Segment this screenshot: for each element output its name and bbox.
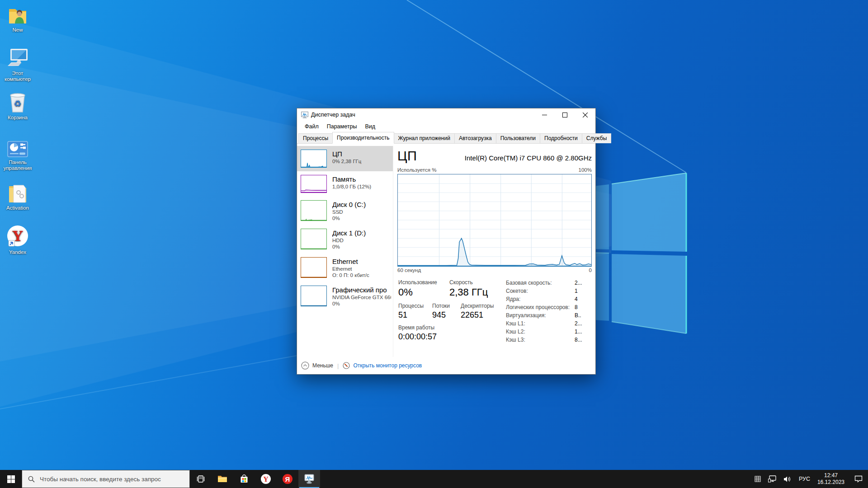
tab-2[interactable]: Журнал приложений bbox=[394, 133, 455, 143]
desktop-icon-control-panel[interactable]: Панель управления bbox=[0, 141, 35, 171]
network-tray-icon[interactable] bbox=[768, 475, 776, 483]
svg-text:♻: ♻ bbox=[14, 99, 21, 108]
graph-y-max: 100% bbox=[579, 167, 592, 173]
sidebar-item-memory[interactable]: Память 1,0/8,0 ГБ (12%) bbox=[297, 171, 393, 197]
usage-label: Использование bbox=[398, 279, 449, 286]
tab-6[interactable]: Службы bbox=[582, 133, 611, 143]
hidden-icons-button[interactable] bbox=[755, 476, 761, 482]
taskbar-button-yandex-search[interactable]: Я bbox=[277, 470, 298, 488]
action-center-button[interactable] bbox=[854, 475, 863, 483]
sidebar-item-disk1[interactable]: Диск 1 (D:) HDD 0% bbox=[297, 225, 393, 253]
hidden-icons-grid-icon bbox=[755, 476, 761, 482]
detail-label: Логических процессоров: bbox=[506, 304, 575, 312]
close-button[interactable] bbox=[575, 108, 595, 121]
sidebar-item-disk0[interactable]: Диск 0 (C:) SSD 0% bbox=[297, 197, 393, 225]
tab-4[interactable]: Пользователи bbox=[496, 133, 540, 143]
cpu-details: Базовая скорость:2...Сокетов:1Ядра:4Логи… bbox=[506, 280, 590, 345]
clock-date: 16.12.2023 bbox=[817, 479, 844, 486]
sidebar-item-title: Графический про bbox=[332, 286, 391, 294]
processes-label: Процессы bbox=[398, 303, 432, 310]
cpu-usage-graph[interactable] bbox=[397, 174, 592, 267]
speed-value: 2,38 ГГц bbox=[449, 286, 488, 299]
desktop-icon-label: Корзина bbox=[8, 115, 28, 120]
detail-row-7: Кэш L3:8... bbox=[506, 337, 590, 345]
cpu-stats: Использование 0% Скорость 2,38 ГГц Проце… bbox=[397, 279, 592, 356]
tab-5[interactable]: Подробности bbox=[540, 133, 582, 143]
gpu-mini-graph bbox=[301, 286, 327, 306]
action-center-icon bbox=[854, 475, 863, 483]
collapse-label: Меньше bbox=[312, 362, 333, 369]
sidebar-item-title: Диск 0 (C:) bbox=[332, 200, 366, 209]
desktop-icon-yandex[interactable]: Y Yandex bbox=[0, 224, 35, 255]
volume-tray-icon[interactable] bbox=[783, 476, 792, 483]
detail-label: Виртуализация: bbox=[506, 312, 575, 320]
sidebar-item-subtitle: SSD bbox=[332, 209, 366, 215]
desktop-icon-this-pc[interactable]: Этот компьютер bbox=[0, 48, 35, 82]
sidebar-item-title: Ethernet bbox=[332, 257, 369, 266]
detail-value: 2... bbox=[575, 280, 582, 288]
task-manager-icon bbox=[301, 112, 308, 118]
desktop-icon-label: Activation bbox=[6, 205, 29, 211]
detail-row-6: Кэш L2:1... bbox=[506, 328, 590, 337]
desktop-icon-label: Yandex bbox=[9, 249, 26, 255]
cpu-mini-graph bbox=[301, 150, 327, 168]
detail-value: 2... bbox=[575, 320, 582, 328]
desktop-icon-new[interactable]: New bbox=[0, 6, 35, 33]
tab-1[interactable]: Производительность bbox=[332, 132, 394, 144]
ethernet-mini-graph bbox=[301, 257, 327, 278]
sidebar-item-cpu[interactable]: ЦП 0% 2,38 ГГц bbox=[297, 146, 393, 171]
svg-text:Я: Я bbox=[285, 475, 290, 483]
detail-value: 8... bbox=[575, 337, 582, 345]
search-placeholder: Чтобы начать поиск, введите здесь запрос bbox=[40, 476, 161, 483]
system-tray: РУС 12:47 16.12.2023 bbox=[747, 470, 868, 488]
disk1-mini-graph bbox=[301, 229, 327, 249]
menu-view[interactable]: Вид bbox=[361, 123, 379, 130]
clock[interactable]: 12:47 16.12.2023 bbox=[817, 472, 844, 486]
menu-file[interactable]: Файл bbox=[301, 123, 323, 130]
yandex-browser-icon: Y bbox=[260, 474, 271, 484]
minimize-button[interactable] bbox=[534, 108, 555, 121]
taskbar-button-file-explorer[interactable] bbox=[212, 470, 233, 488]
menu-options[interactable]: Параметры bbox=[323, 123, 361, 130]
taskbar-button-microsoft-store[interactable] bbox=[233, 470, 255, 488]
detail-value: 8 bbox=[575, 304, 578, 312]
desktop-icon-recycle-bin[interactable]: ♻ Корзина bbox=[0, 91, 35, 121]
title-bar[interactable]: Диспетчер задач bbox=[297, 108, 595, 121]
this-pc-icon bbox=[7, 48, 28, 69]
threads-value: 945 bbox=[432, 310, 461, 320]
taskbar-button-yandex-browser[interactable]: Y bbox=[255, 470, 277, 488]
yandex-icon: Y bbox=[6, 224, 29, 248]
activation-folder-icon bbox=[7, 183, 28, 203]
task-manager-window: Диспетчер задач Файл Параметры Вид Проце… bbox=[297, 108, 596, 375]
taskbar: Чтобы начать поиск, введите здесь запрос… bbox=[0, 470, 868, 488]
maximize-button[interactable] bbox=[555, 108, 575, 121]
threads-label: Потоки bbox=[432, 303, 461, 310]
search-input[interactable]: Чтобы начать поиск, введите здесь запрос bbox=[22, 470, 190, 488]
sidebar-item-title: Память bbox=[332, 175, 371, 183]
sidebar-item-title: Диск 1 (D:) bbox=[332, 229, 366, 237]
memory-mini-graph bbox=[301, 175, 327, 193]
resource-monitor-link[interactable]: Открыть монитор ресурсов bbox=[343, 362, 422, 369]
desktop-icon-activation[interactable]: Activation bbox=[0, 183, 35, 211]
collapse-button[interactable]: Меньше bbox=[301, 361, 333, 370]
ethernet-network-icon bbox=[768, 475, 776, 483]
sidebar-item-gpu[interactable]: Графический про NVIDIA GeForce GTX 660 0… bbox=[297, 282, 393, 310]
tab-0[interactable]: Процессы bbox=[298, 133, 333, 143]
window-footer: Меньше | Открыть монитор ресурсов bbox=[297, 357, 595, 374]
detail-row-3: Логических процессоров:8 bbox=[506, 304, 590, 312]
desktop-icon-label: New bbox=[12, 27, 23, 33]
start-button[interactable] bbox=[0, 470, 22, 488]
taskbar-button-task-manager[interactable] bbox=[298, 470, 320, 488]
detail-label: Ядра: bbox=[506, 296, 575, 304]
uptime-value: 0:00:00:57 bbox=[398, 331, 501, 342]
sidebar-item-subtitle: 0% bbox=[332, 244, 366, 250]
task-manager-taskbar-icon bbox=[304, 474, 315, 484]
language-indicator[interactable]: РУС bbox=[799, 476, 810, 482]
tab-3[interactable]: Автозагрузка bbox=[454, 133, 496, 143]
detail-row-4: Виртуализация:В.. bbox=[506, 312, 590, 320]
uptime-label: Время работы bbox=[398, 324, 501, 331]
taskbar-button-task-view[interactable] bbox=[190, 470, 212, 488]
sidebar-item-ethernet[interactable]: Ethernet Ethernet О: 0 П: 0 кбит/с bbox=[297, 253, 393, 282]
handles-value: 22651 bbox=[461, 310, 494, 320]
handles-label: Дескрипторы bbox=[461, 303, 494, 310]
